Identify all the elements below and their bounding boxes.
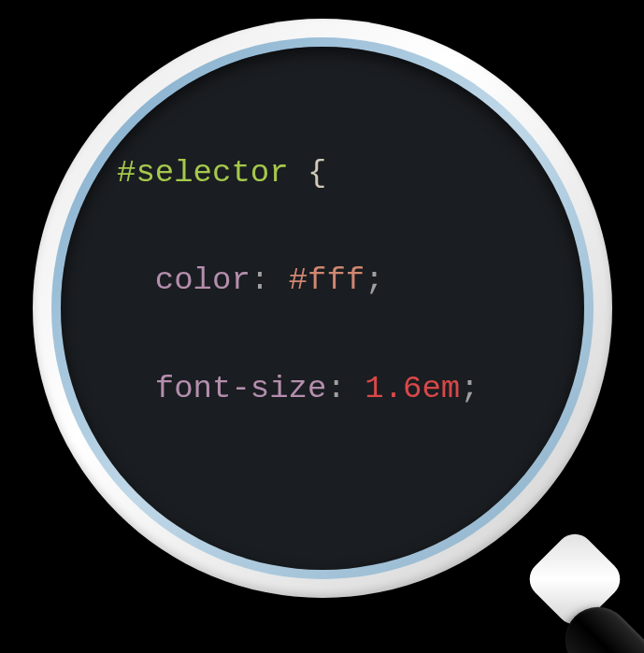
- magnifier-lens-glass: #selector { color: #fff; font-size: 1.6e…: [61, 47, 584, 570]
- code-line-font-size: font-size: 1.6em;: [117, 362, 479, 417]
- magnifying-glass-icon: #selector { color: #fff; font-size: 1.6e…: [33, 19, 612, 598]
- magnifier-lens-frame: #selector { color: #fff; font-size: 1.6e…: [33, 19, 612, 598]
- code-selector: #selector: [117, 155, 289, 191]
- code-value-color: #fff: [289, 263, 365, 298]
- code-line-color: color: #fff;: [117, 254, 479, 308]
- code-semicolon: ;: [460, 371, 479, 406]
- code-line-brace-close: }: [117, 470, 479, 524]
- code-line-selector: #selector {: [117, 147, 479, 201]
- code-brace-open: {: [308, 155, 326, 191]
- code-colon: :: [250, 263, 269, 298]
- code-value-font-size: 1.6em: [365, 371, 460, 406]
- code-property-color: color: [155, 263, 250, 298]
- code-property-font-size: font-size: [155, 371, 327, 406]
- css-code-snippet: #selector { color: #fff; font-size: 1.6e…: [117, 92, 479, 524]
- code-semicolon: ;: [365, 263, 383, 298]
- code-colon: :: [326, 371, 345, 406]
